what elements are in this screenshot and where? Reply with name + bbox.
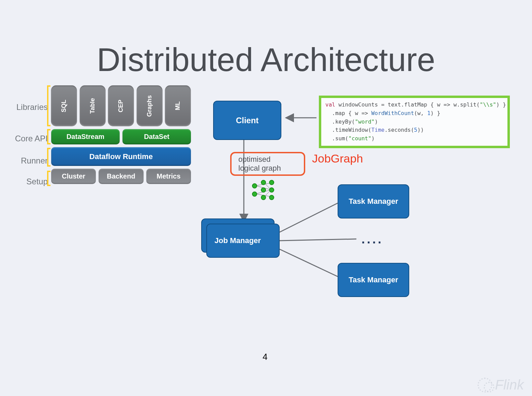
code-text: ) xyxy=(371,135,375,142)
code-fn: WordWithCount xyxy=(371,110,414,116)
jobgraph-label: JobGraph xyxy=(312,152,363,165)
code-text: = text.flatMap { w => w.split( xyxy=(381,101,480,108)
setup-backend: Backend xyxy=(99,169,143,184)
lib-ml: ML xyxy=(165,85,191,126)
lib-sql: SQL xyxy=(51,85,77,126)
code-text: )) xyxy=(417,127,424,133)
bracket-icon xyxy=(47,85,50,126)
watermark-text: Flink xyxy=(495,377,524,393)
core-api-row: DataStream DataSet xyxy=(51,129,191,144)
code-text: .sum( xyxy=(325,135,348,142)
bracket-icon xyxy=(47,129,50,144)
core-datastream: DataStream xyxy=(51,129,120,144)
layer-stack: Libraries Core API Runner Setup SQL Tabl… xyxy=(51,85,191,187)
graph-nodes-icon xyxy=(248,180,279,202)
code-num: 1 xyxy=(427,110,431,116)
code-text: .seconds( xyxy=(384,127,414,133)
client-box: Client xyxy=(213,101,281,140)
lib-table: Table xyxy=(80,85,106,126)
lib-graphs: Graphs xyxy=(137,85,163,126)
setup-row: Cluster Backend Metrics xyxy=(51,169,191,184)
code-str: "\\s" xyxy=(480,101,496,108)
opt-line1: optimised xyxy=(238,155,270,164)
ellipsis-label: .... xyxy=(361,232,383,246)
code-num: 5 xyxy=(414,127,417,133)
code-kw: val xyxy=(325,101,335,108)
bracket-icon xyxy=(47,171,50,186)
code-snippet: val windowCounts = text.flatMap { w => w… xyxy=(319,96,510,148)
libraries-row: SQL Table CEP Graphs ML xyxy=(51,85,191,126)
task-manager-box-2: Task Manager xyxy=(338,263,409,297)
watermark-icon xyxy=(477,378,492,393)
runner-row: Dataflow Runtime xyxy=(51,147,191,166)
task-manager-box-1: Task Manager xyxy=(338,184,409,218)
setup-metrics: Metrics xyxy=(146,169,191,184)
core-dataset: DataSet xyxy=(122,129,191,144)
code-str: "word" xyxy=(355,118,375,125)
watermark: Flink xyxy=(477,377,524,393)
code-text: windowCounts xyxy=(335,101,381,108)
code-str: "count" xyxy=(348,135,371,142)
lib-cep: CEP xyxy=(108,85,134,126)
label-setup: Setup xyxy=(26,177,48,186)
bracket-icon xyxy=(47,148,50,167)
svg-line-2 xyxy=(280,203,338,232)
job-manager-box: Job Manager xyxy=(206,224,280,258)
optimised-graph-label: optimised logical graph xyxy=(230,152,305,176)
setup-cluster: Cluster xyxy=(51,169,96,184)
code-text: .keyBy( xyxy=(325,118,355,125)
code-text: ) } xyxy=(430,110,440,116)
code-text: .timeWindow( xyxy=(325,127,371,133)
page-number: 4 xyxy=(263,352,267,362)
svg-line-4 xyxy=(280,249,338,277)
runner-dataflow: Dataflow Runtime xyxy=(51,147,191,166)
slide-title: Distributed Architecture xyxy=(97,41,435,79)
code-text: ) } xyxy=(496,101,506,108)
code-type: Time xyxy=(371,127,385,133)
label-core-api: Core API xyxy=(15,134,48,143)
opt-line2: logical graph xyxy=(238,164,281,172)
code-text: ) xyxy=(375,118,378,125)
code-text: .map { w => xyxy=(325,110,371,116)
label-runner: Runner xyxy=(21,156,48,166)
code-text: (w, xyxy=(414,110,427,116)
svg-line-3 xyxy=(280,239,356,241)
label-libraries: Libraries xyxy=(16,102,48,112)
